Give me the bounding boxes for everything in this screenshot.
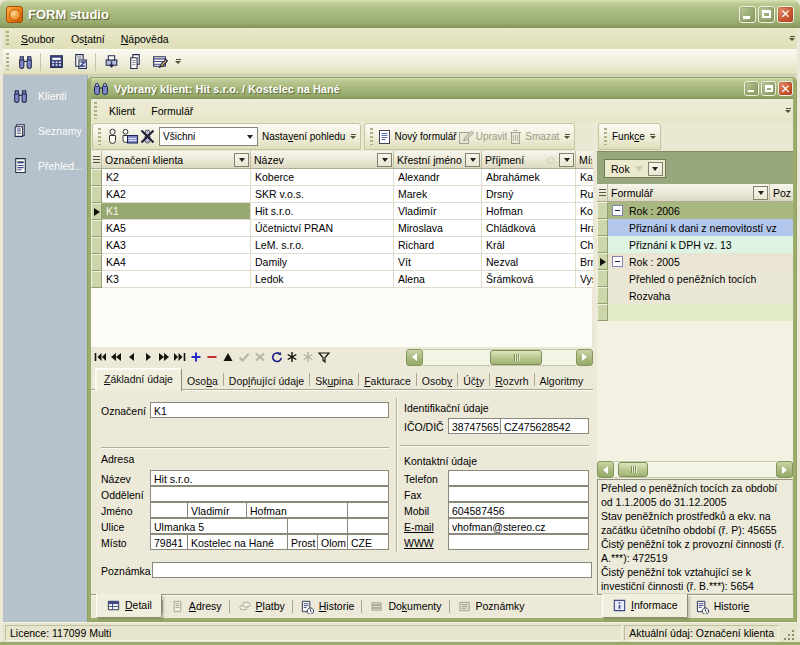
scroll-right-arrow-icon[interactable] bbox=[576, 349, 593, 366]
nav-bookmark-button[interactable] bbox=[284, 349, 300, 365]
www-label[interactable]: WWW bbox=[404, 537, 434, 549]
sidebar-item-klienti[interactable]: Klienti bbox=[3, 75, 87, 113]
column-filter-dropdown[interactable] bbox=[465, 153, 480, 167]
grid-cell[interactable]: Hofman bbox=[482, 203, 576, 220]
formular-filter-dropdown[interactable] bbox=[753, 186, 768, 200]
grid-row-KA4[interactable]: KA4DamilyVítNezvalBrno bbox=[91, 254, 593, 271]
info-tab-informace[interactable]: Informace bbox=[602, 594, 688, 618]
grid-cell[interactable]: K1 bbox=[102, 203, 251, 220]
column-filter-dropdown[interactable] bbox=[234, 153, 249, 167]
tree-item-row[interactable]: Přiznání k DPH vz. 13 bbox=[597, 236, 793, 253]
forms-horizontal-scrollbar[interactable] bbox=[597, 461, 793, 478]
forms-indicator-header[interactable] bbox=[597, 184, 608, 201]
funkce-button[interactable]: Funkce bbox=[611, 131, 646, 142]
nav-fast-next-button[interactable] bbox=[156, 349, 172, 365]
collapse-icon[interactable] bbox=[612, 205, 623, 216]
grid-cell[interactable]: Alena bbox=[394, 271, 482, 288]
menubar-overflow-chevron-icon[interactable] bbox=[787, 30, 797, 48]
grid-horizontal-scrollbar[interactable] bbox=[406, 349, 593, 366]
forms-scroll-right-arrow-icon[interactable] bbox=[776, 461, 793, 478]
grid-cell[interactable]: Brno bbox=[576, 254, 593, 271]
new-client-button[interactable] bbox=[105, 128, 120, 145]
tab-dopl-uj-c-daje[interactable]: Doplňující údaje bbox=[224, 372, 309, 391]
jmeno-input-2[interactable]: Vladimír bbox=[187, 502, 247, 518]
tab-z-kladn-daje[interactable]: Základní údaje bbox=[95, 368, 182, 391]
grid-cell[interactable]: Karviná bbox=[576, 169, 593, 186]
toolbar-button-document-z[interactable] bbox=[69, 52, 91, 72]
new-form-button[interactable]: Nový formulář bbox=[377, 129, 457, 145]
funkce-toolbar-grip[interactable] bbox=[604, 128, 607, 146]
client-menu-item-0[interactable]: Klient bbox=[101, 103, 143, 119]
tab-osoby[interactable]: Osoby bbox=[417, 372, 457, 391]
column-header-formular[interactable]: Formulář bbox=[608, 184, 770, 201]
grid-cell[interactable]: Abrahámek bbox=[482, 169, 576, 186]
grid-cell[interactable]: Marek bbox=[394, 186, 482, 203]
group-by-rok[interactable]: Rok bbox=[604, 159, 666, 178]
tab-rozvrh[interactable]: Rozvrh bbox=[490, 372, 533, 391]
grid-row-K2[interactable]: K2KoberceAlexandrAbrahámekKarviná bbox=[91, 169, 593, 186]
dic-input[interactable]: CZ475628542 bbox=[500, 418, 589, 434]
grid-cell[interactable]: Ledok bbox=[251, 271, 394, 288]
menubar-grip[interactable] bbox=[6, 31, 9, 46]
column-header-1[interactable]: Název bbox=[251, 151, 394, 168]
grid-cell[interactable]: Kostelec na Hané bbox=[576, 203, 593, 220]
collapse-icon[interactable] bbox=[612, 256, 623, 267]
tab-algoritmy[interactable]: Algoritmy bbox=[535, 372, 589, 391]
email-input[interactable]: vhofman@stereo.cz bbox=[448, 518, 589, 534]
grid-cell[interactable]: Miroslava bbox=[394, 220, 482, 237]
misto-input-district[interactable]: Prost bbox=[287, 534, 318, 550]
tab-osoba[interactable]: Osoba bbox=[182, 372, 223, 391]
fax-input[interactable] bbox=[448, 486, 589, 502]
nav-refresh-button[interactable] bbox=[268, 349, 284, 365]
nazev-input[interactable]: Hit s.r.o. bbox=[150, 470, 389, 486]
tree-item-row[interactable]: Přehled o peněžních tocích bbox=[597, 270, 793, 287]
grid-cell[interactable]: Nezval bbox=[482, 254, 576, 271]
client-menu-item-1[interactable]: Formulář bbox=[143, 103, 201, 119]
tree-group-row[interactable]: Rok : 2005 bbox=[597, 253, 793, 270]
nav-fast-prior-button[interactable] bbox=[108, 349, 124, 365]
misto-input-region[interactable]: Olom bbox=[317, 534, 348, 550]
grid-cell[interactable]: Král bbox=[482, 237, 576, 254]
nav-insert-button[interactable] bbox=[188, 349, 204, 365]
mobil-input[interactable]: 604587456 bbox=[448, 502, 589, 518]
grid-row-K1[interactable]: K1Hit s.r.o.VladimírHofmanKostelec na Ha… bbox=[91, 203, 593, 220]
client-toolbar-chevron-icon[interactable] bbox=[348, 128, 358, 146]
grid-cell[interactable]: K3 bbox=[102, 271, 251, 288]
column-header-4[interactable]: Místo bbox=[576, 151, 593, 168]
nav-next-button[interactable] bbox=[140, 349, 156, 365]
grid-cell[interactable]: Šrámková bbox=[482, 271, 576, 288]
nav-bookmark-dim-button[interactable] bbox=[300, 349, 316, 365]
column-header-0[interactable]: Označení klienta bbox=[102, 151, 251, 168]
tab--ty[interactable]: Účty bbox=[458, 372, 489, 391]
grid-cell[interactable]: Koberce bbox=[251, 169, 394, 186]
menu-item-1[interactable]: Ostatní bbox=[63, 31, 113, 47]
tree-group-row[interactable]: Rok : 2006 bbox=[597, 202, 793, 219]
grid-row-KA5[interactable]: KA5Účetnictví PRANMiroslavaChládkováHrad… bbox=[91, 220, 593, 237]
toolbar-button-binoculars[interactable] bbox=[14, 52, 36, 72]
client-toolbar-grip[interactable] bbox=[98, 128, 101, 146]
grid-cell[interactable]: Účetnictví PRAN bbox=[251, 220, 394, 237]
info-tab-historie[interactable]: Historie bbox=[688, 596, 757, 617]
misto-input-psc[interactable]: 79841 bbox=[150, 534, 188, 550]
ulice-input-1[interactable]: Ulmanka 5 bbox=[150, 518, 288, 534]
client-maximize-button[interactable] bbox=[761, 81, 776, 96]
nav-cancel-button[interactable] bbox=[252, 349, 268, 365]
column-header-2[interactable]: Křestní jméno bbox=[394, 151, 482, 168]
client-minimize-button[interactable] bbox=[744, 81, 759, 96]
client-menubar-grip[interactable] bbox=[94, 102, 97, 118]
tree-item-row[interactable]: Rozvaha bbox=[597, 287, 793, 304]
grid-cell[interactable]: KA5 bbox=[102, 220, 251, 237]
grid-cell[interactable]: K2 bbox=[102, 169, 251, 186]
oddeleni-input[interactable] bbox=[150, 486, 389, 502]
column-filter-dropdown[interactable] bbox=[559, 153, 574, 167]
grid-indicator-header[interactable] bbox=[91, 151, 102, 168]
ico-input[interactable]: 38747565 bbox=[448, 418, 501, 434]
view-settings-button[interactable]: Nastavení pohledu bbox=[261, 131, 346, 142]
edit-form-button[interactable]: Upravit bbox=[458, 129, 509, 145]
grid-cell[interactable]: Chládková bbox=[482, 220, 576, 237]
toolbar-overflow-chevron-icon[interactable] bbox=[173, 53, 183, 71]
sidebar-item-pehled[interactable]: Přehled... bbox=[3, 148, 87, 183]
grid-cell[interactable]: Vyškov bbox=[576, 271, 593, 288]
bottom-tab-dokumenty[interactable]: Dokumenty bbox=[362, 596, 448, 617]
form-toolbar-chevron-icon[interactable] bbox=[562, 128, 572, 146]
